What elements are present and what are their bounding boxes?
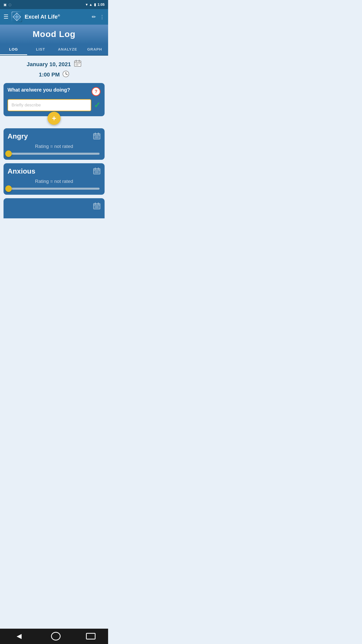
activity-input[interactable] — [8, 99, 91, 111]
slider-container-anxious — [8, 188, 101, 190]
signal-icon: ▲ — [89, 3, 93, 7]
app-bar: ☰ Excel At Life® ✏ ⋮ — [0, 9, 108, 25]
app-logo — [12, 12, 22, 22]
slider-track-angry[interactable] — [9, 153, 100, 155]
svg-rect-13 — [77, 65, 78, 65]
app-title: Excel At Life® — [25, 14, 92, 20]
activity-card: What are/were you doing? ? ✓ — [4, 83, 105, 116]
svg-rect-10 — [77, 63, 78, 64]
activity-input-row: ✓ — [8, 99, 101, 111]
mood-calendar-icon-angry[interactable] — [93, 132, 101, 142]
mood-card-header-angry: Angry — [8, 132, 101, 142]
tab-log[interactable]: LOG — [0, 44, 27, 55]
time-clock-icon[interactable] — [62, 70, 69, 79]
slider-thumb-angry[interactable] — [5, 150, 12, 157]
nav-bar: ◀ — [0, 629, 108, 644]
slider-thumb-anxious[interactable] — [5, 185, 12, 192]
checkmark-icon[interactable]: ✓ — [94, 100, 101, 110]
mood-card-partial — [4, 198, 105, 218]
main-content: January 10, 2021 1:00 PM — [0, 56, 108, 240]
svg-rect-22 — [95, 136, 99, 138]
mood-rating-anxious: Rating = not rated — [8, 179, 101, 184]
tab-bar: LOG LIST ANALYZE GRAPH — [0, 44, 108, 56]
slider-track-anxious[interactable] — [9, 188, 100, 190]
tab-analyze[interactable]: ANALYZE — [54, 44, 81, 55]
tab-graph[interactable]: GRAPH — [81, 44, 108, 55]
mood-name-anxious: Anxious — [8, 167, 35, 175]
activity-question: What are/were you doing? — [8, 87, 70, 93]
mood-calendar-icon-partial — [93, 202, 101, 212]
mood-rating-angry: Rating = not rated — [8, 144, 101, 149]
mood-card-angry: Angry Rating = not rated — [4, 128, 105, 160]
svg-rect-12 — [76, 65, 77, 65]
time-row: 1:00 PM — [4, 70, 105, 79]
time-display: 1:00 PM — [39, 71, 60, 78]
sync-icon: ◌ — [9, 3, 11, 7]
wifi-icon: ▾ — [86, 3, 87, 7]
mood-name-angry: Angry — [8, 132, 28, 140]
mood-calendar-icon-anxious[interactable] — [93, 167, 101, 177]
help-icon[interactable]: ? — [92, 87, 101, 96]
menu-icon[interactable]: ☰ — [4, 14, 9, 20]
status-time: 1:05 — [98, 3, 105, 7]
svg-rect-11 — [79, 63, 80, 64]
more-options-icon[interactable]: ⋮ — [100, 14, 105, 20]
nav-back-button[interactable]: ◀ — [13, 631, 26, 641]
add-button[interactable]: + — [48, 112, 61, 125]
date-calendar-icon[interactable] — [74, 60, 81, 69]
battery-icon: ▮ — [94, 3, 96, 7]
activity-card-header: What are/were you doing? ? — [8, 87, 101, 96]
nav-recent-button[interactable] — [86, 633, 96, 639]
datetime-section: January 10, 2021 1:00 PM — [4, 60, 105, 79]
edit-icon[interactable]: ✏ — [92, 14, 96, 20]
slider-container-angry — [8, 153, 101, 155]
svg-rect-32 — [95, 206, 99, 208]
page-title: Mood Log — [0, 29, 108, 39]
status-bar-right: ▾ ▲ ▮ 1:05 — [86, 3, 105, 7]
mood-card-header-anxious: Anxious — [8, 167, 101, 177]
status-bar-left: ▣ ◌ — [4, 3, 11, 7]
mood-card-anxious: Anxious Rating = not rated — [4, 163, 105, 195]
app-bar-actions: ✏ ⋮ — [92, 14, 105, 20]
svg-rect-9 — [76, 63, 77, 64]
add-button-container: + — [4, 112, 105, 125]
date-display: January 10, 2021 — [27, 61, 71, 68]
page-title-banner: Mood Log — [0, 25, 108, 44]
status-bar: ▣ ◌ ▾ ▲ ▮ 1:05 — [0, 0, 108, 9]
sd-card-icon: ▣ — [4, 3, 7, 7]
tab-list[interactable]: LIST — [27, 44, 54, 55]
nav-home-button[interactable] — [51, 632, 61, 640]
svg-rect-27 — [95, 171, 99, 173]
date-row: January 10, 2021 — [4, 60, 105, 69]
svg-point-17 — [65, 74, 66, 74]
mood-card-header-partial — [8, 202, 101, 212]
